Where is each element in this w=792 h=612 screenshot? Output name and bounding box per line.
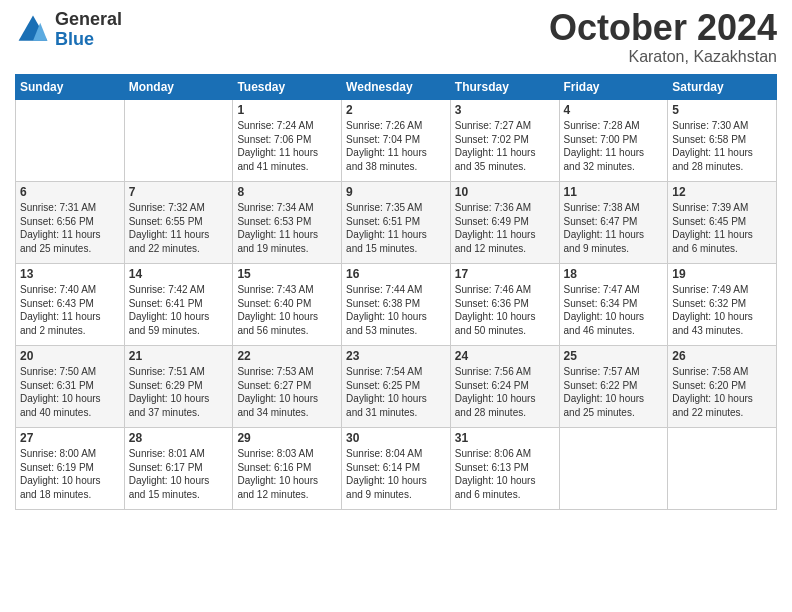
calendar-cell: 12Sunrise: 7:39 AM Sunset: 6:45 PM Dayli… bbox=[668, 182, 777, 264]
calendar-cell: 4Sunrise: 7:28 AM Sunset: 7:00 PM Daylig… bbox=[559, 100, 668, 182]
calendar-cell: 5Sunrise: 7:30 AM Sunset: 6:58 PM Daylig… bbox=[668, 100, 777, 182]
calendar-week-4: 20Sunrise: 7:50 AM Sunset: 6:31 PM Dayli… bbox=[16, 346, 777, 428]
calendar-cell: 22Sunrise: 7:53 AM Sunset: 6:27 PM Dayli… bbox=[233, 346, 342, 428]
day-number: 10 bbox=[455, 185, 555, 199]
day-number: 7 bbox=[129, 185, 229, 199]
title-block: October 2024 Karaton, Kazakhstan bbox=[549, 10, 777, 66]
day-content: Sunrise: 7:38 AM Sunset: 6:47 PM Dayligh… bbox=[564, 201, 664, 255]
day-number: 9 bbox=[346, 185, 446, 199]
day-number: 3 bbox=[455, 103, 555, 117]
day-number: 26 bbox=[672, 349, 772, 363]
day-content: Sunrise: 7:36 AM Sunset: 6:49 PM Dayligh… bbox=[455, 201, 555, 255]
day-content: Sunrise: 8:03 AM Sunset: 6:16 PM Dayligh… bbox=[237, 447, 337, 501]
day-content: Sunrise: 7:53 AM Sunset: 6:27 PM Dayligh… bbox=[237, 365, 337, 419]
calendar-cell: 24Sunrise: 7:56 AM Sunset: 6:24 PM Dayli… bbox=[450, 346, 559, 428]
calendar-cell: 7Sunrise: 7:32 AM Sunset: 6:55 PM Daylig… bbox=[124, 182, 233, 264]
calendar-cell bbox=[16, 100, 125, 182]
title-location: Karaton, Kazakhstan bbox=[549, 48, 777, 66]
day-number: 22 bbox=[237, 349, 337, 363]
calendar-cell: 11Sunrise: 7:38 AM Sunset: 6:47 PM Dayli… bbox=[559, 182, 668, 264]
header-row: Sunday Monday Tuesday Wednesday Thursday… bbox=[16, 75, 777, 100]
col-tuesday: Tuesday bbox=[233, 75, 342, 100]
day-content: Sunrise: 7:27 AM Sunset: 7:02 PM Dayligh… bbox=[455, 119, 555, 173]
calendar-cell: 28Sunrise: 8:01 AM Sunset: 6:17 PM Dayli… bbox=[124, 428, 233, 510]
day-content: Sunrise: 7:28 AM Sunset: 7:00 PM Dayligh… bbox=[564, 119, 664, 173]
day-content: Sunrise: 7:34 AM Sunset: 6:53 PM Dayligh… bbox=[237, 201, 337, 255]
day-number: 15 bbox=[237, 267, 337, 281]
day-content: Sunrise: 7:42 AM Sunset: 6:41 PM Dayligh… bbox=[129, 283, 229, 337]
day-content: Sunrise: 7:56 AM Sunset: 6:24 PM Dayligh… bbox=[455, 365, 555, 419]
calendar-week-1: 1Sunrise: 7:24 AM Sunset: 7:06 PM Daylig… bbox=[16, 100, 777, 182]
header: General Blue October 2024 Karaton, Kazak… bbox=[15, 10, 777, 66]
col-friday: Friday bbox=[559, 75, 668, 100]
day-content: Sunrise: 8:06 AM Sunset: 6:13 PM Dayligh… bbox=[455, 447, 555, 501]
calendar-week-3: 13Sunrise: 7:40 AM Sunset: 6:43 PM Dayli… bbox=[16, 264, 777, 346]
day-number: 18 bbox=[564, 267, 664, 281]
calendar-cell: 29Sunrise: 8:03 AM Sunset: 6:16 PM Dayli… bbox=[233, 428, 342, 510]
logo-blue-text: Blue bbox=[55, 30, 122, 50]
day-number: 28 bbox=[129, 431, 229, 445]
day-number: 6 bbox=[20, 185, 120, 199]
calendar-header: Sunday Monday Tuesday Wednesday Thursday… bbox=[16, 75, 777, 100]
day-content: Sunrise: 7:30 AM Sunset: 6:58 PM Dayligh… bbox=[672, 119, 772, 173]
day-content: Sunrise: 7:51 AM Sunset: 6:29 PM Dayligh… bbox=[129, 365, 229, 419]
day-content: Sunrise: 7:32 AM Sunset: 6:55 PM Dayligh… bbox=[129, 201, 229, 255]
day-number: 12 bbox=[672, 185, 772, 199]
calendar-cell: 23Sunrise: 7:54 AM Sunset: 6:25 PM Dayli… bbox=[342, 346, 451, 428]
logo: General Blue bbox=[15, 10, 122, 50]
day-number: 23 bbox=[346, 349, 446, 363]
calendar-cell: 16Sunrise: 7:44 AM Sunset: 6:38 PM Dayli… bbox=[342, 264, 451, 346]
day-number: 11 bbox=[564, 185, 664, 199]
calendar-cell: 25Sunrise: 7:57 AM Sunset: 6:22 PM Dayli… bbox=[559, 346, 668, 428]
col-wednesday: Wednesday bbox=[342, 75, 451, 100]
day-number: 21 bbox=[129, 349, 229, 363]
day-number: 31 bbox=[455, 431, 555, 445]
calendar-cell: 2Sunrise: 7:26 AM Sunset: 7:04 PM Daylig… bbox=[342, 100, 451, 182]
calendar-cell: 21Sunrise: 7:51 AM Sunset: 6:29 PM Dayli… bbox=[124, 346, 233, 428]
day-content: Sunrise: 7:47 AM Sunset: 6:34 PM Dayligh… bbox=[564, 283, 664, 337]
calendar-cell: 15Sunrise: 7:43 AM Sunset: 6:40 PM Dayli… bbox=[233, 264, 342, 346]
calendar-cell: 13Sunrise: 7:40 AM Sunset: 6:43 PM Dayli… bbox=[16, 264, 125, 346]
logo-general-text: General bbox=[55, 10, 122, 30]
day-content: Sunrise: 7:57 AM Sunset: 6:22 PM Dayligh… bbox=[564, 365, 664, 419]
day-content: Sunrise: 7:49 AM Sunset: 6:32 PM Dayligh… bbox=[672, 283, 772, 337]
day-content: Sunrise: 7:46 AM Sunset: 6:36 PM Dayligh… bbox=[455, 283, 555, 337]
calendar-cell: 20Sunrise: 7:50 AM Sunset: 6:31 PM Dayli… bbox=[16, 346, 125, 428]
calendar-cell: 18Sunrise: 7:47 AM Sunset: 6:34 PM Dayli… bbox=[559, 264, 668, 346]
col-monday: Monday bbox=[124, 75, 233, 100]
calendar-cell bbox=[124, 100, 233, 182]
calendar-cell: 6Sunrise: 7:31 AM Sunset: 6:56 PM Daylig… bbox=[16, 182, 125, 264]
col-sunday: Sunday bbox=[16, 75, 125, 100]
day-number: 24 bbox=[455, 349, 555, 363]
logo-icon bbox=[15, 12, 51, 48]
calendar-cell: 8Sunrise: 7:34 AM Sunset: 6:53 PM Daylig… bbox=[233, 182, 342, 264]
day-number: 29 bbox=[237, 431, 337, 445]
calendar-cell: 3Sunrise: 7:27 AM Sunset: 7:02 PM Daylig… bbox=[450, 100, 559, 182]
day-content: Sunrise: 7:58 AM Sunset: 6:20 PM Dayligh… bbox=[672, 365, 772, 419]
day-number: 30 bbox=[346, 431, 446, 445]
col-saturday: Saturday bbox=[668, 75, 777, 100]
day-content: Sunrise: 8:01 AM Sunset: 6:17 PM Dayligh… bbox=[129, 447, 229, 501]
day-content: Sunrise: 7:43 AM Sunset: 6:40 PM Dayligh… bbox=[237, 283, 337, 337]
day-number: 13 bbox=[20, 267, 120, 281]
day-number: 5 bbox=[672, 103, 772, 117]
day-number: 1 bbox=[237, 103, 337, 117]
calendar-cell: 9Sunrise: 7:35 AM Sunset: 6:51 PM Daylig… bbox=[342, 182, 451, 264]
calendar-cell bbox=[668, 428, 777, 510]
col-thursday: Thursday bbox=[450, 75, 559, 100]
day-content: Sunrise: 7:39 AM Sunset: 6:45 PM Dayligh… bbox=[672, 201, 772, 255]
day-content: Sunrise: 8:00 AM Sunset: 6:19 PM Dayligh… bbox=[20, 447, 120, 501]
day-number: 17 bbox=[455, 267, 555, 281]
day-content: Sunrise: 8:04 AM Sunset: 6:14 PM Dayligh… bbox=[346, 447, 446, 501]
day-number: 20 bbox=[20, 349, 120, 363]
day-content: Sunrise: 7:24 AM Sunset: 7:06 PM Dayligh… bbox=[237, 119, 337, 173]
calendar-cell: 26Sunrise: 7:58 AM Sunset: 6:20 PM Dayli… bbox=[668, 346, 777, 428]
calendar-cell: 14Sunrise: 7:42 AM Sunset: 6:41 PM Dayli… bbox=[124, 264, 233, 346]
day-number: 8 bbox=[237, 185, 337, 199]
day-number: 19 bbox=[672, 267, 772, 281]
day-content: Sunrise: 7:26 AM Sunset: 7:04 PM Dayligh… bbox=[346, 119, 446, 173]
day-content: Sunrise: 7:35 AM Sunset: 6:51 PM Dayligh… bbox=[346, 201, 446, 255]
calendar-cell: 17Sunrise: 7:46 AM Sunset: 6:36 PM Dayli… bbox=[450, 264, 559, 346]
calendar-week-5: 27Sunrise: 8:00 AM Sunset: 6:19 PM Dayli… bbox=[16, 428, 777, 510]
calendar-cell: 27Sunrise: 8:00 AM Sunset: 6:19 PM Dayli… bbox=[16, 428, 125, 510]
